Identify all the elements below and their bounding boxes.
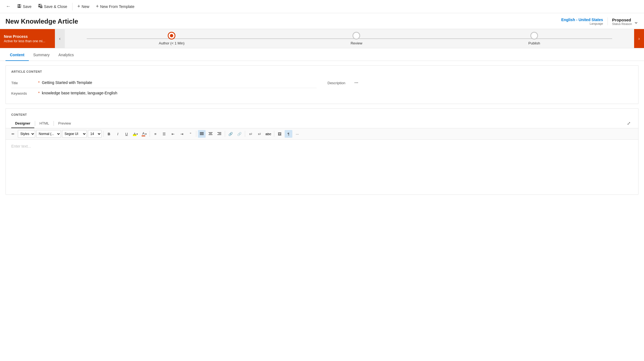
tab-analytics[interactable]: Analytics xyxy=(54,49,78,61)
process-nav-left[interactable]: ‹ xyxy=(55,29,65,48)
step-label-publish: Publish xyxy=(528,41,540,45)
field-label-description: Description xyxy=(327,80,352,85)
language-link[interactable]: English - United States xyxy=(561,18,603,22)
rte-sep-4 xyxy=(225,131,225,137)
status-label: Status Reason xyxy=(612,22,632,26)
paint-icon: ✏ xyxy=(12,132,15,136)
highlight-button[interactable]: A ▾ xyxy=(131,130,139,138)
article-content-header: ARTICLE CONTENT xyxy=(6,66,638,75)
strikethrough-button[interactable]: abc xyxy=(264,130,272,138)
editor-tab-preview[interactable]: Preview xyxy=(54,119,75,128)
back-button[interactable]: ← xyxy=(3,2,13,12)
indent-button[interactable]: ⇥ xyxy=(178,130,186,138)
superscript-button[interactable]: x2 xyxy=(247,130,254,138)
special-char-button[interactable]: ¶ xyxy=(285,130,292,138)
list-bullet-button[interactable]: ☰ xyxy=(160,130,168,138)
content-editor-header: CONTENT xyxy=(6,109,638,119)
process-nav-right[interactable]: › xyxy=(634,29,644,48)
svg-rect-9 xyxy=(200,132,204,133)
save-close-label: Save & Close xyxy=(44,4,67,9)
fields-right: Description --- xyxy=(327,78,633,98)
save-close-button[interactable]: Save & Close xyxy=(35,2,70,11)
field-row-title: Title * Getting Started with Template xyxy=(11,78,317,88)
svg-rect-14 xyxy=(209,134,212,135)
new-from-template-label: New From Template xyxy=(100,4,135,9)
field-value-description[interactable]: --- xyxy=(354,80,633,85)
italic-button[interactable]: I xyxy=(114,130,122,138)
editor-tab-html[interactable]: HTML xyxy=(36,119,53,128)
tab-content[interactable]: Content xyxy=(5,49,29,61)
expand-button[interactable]: ⤢ xyxy=(625,119,633,128)
font-color-button[interactable]: A ▾ xyxy=(140,130,148,138)
field-required-title: * xyxy=(38,80,40,85)
editor-tab-designer[interactable]: Designer xyxy=(11,119,34,128)
size-select[interactable]: 14 xyxy=(88,130,102,138)
field-required-keywords: * xyxy=(38,91,40,95)
status-chevron[interactable]: ⌄ xyxy=(634,18,639,25)
field-label-keywords: Keywords xyxy=(11,91,36,95)
svg-rect-2 xyxy=(18,6,20,8)
svg-rect-11 xyxy=(200,134,204,135)
svg-rect-7 xyxy=(41,6,42,7)
svg-rect-16 xyxy=(219,133,221,134)
new-from-template-button[interactable]: + New From Template xyxy=(93,2,137,11)
field-value-title[interactable]: Getting Started with Template xyxy=(42,80,317,85)
process-bar: New Process Active for less than one mi.… xyxy=(0,29,644,48)
field-row-description: Description --- xyxy=(327,78,633,88)
rte-sep-6 xyxy=(274,131,274,137)
field-value-keywords[interactable]: knowledge base template, language-Englis… xyxy=(42,91,317,95)
save-label: Save xyxy=(23,4,32,9)
new-icon: + xyxy=(77,4,80,9)
step-circle-review xyxy=(352,32,360,40)
process-step-author: Author (< 1 Min) xyxy=(159,32,185,45)
editor-area[interactable]: Enter text... xyxy=(6,140,638,194)
align-right-button[interactable] xyxy=(215,130,223,138)
svg-rect-10 xyxy=(200,133,204,134)
svg-rect-4 xyxy=(39,4,40,5)
format-select[interactable]: Normal (... xyxy=(36,130,61,138)
outdent-button[interactable]: ⇤ xyxy=(169,130,177,138)
align-left-button[interactable]: ≡ xyxy=(152,130,159,138)
editor-tab-sep-2 xyxy=(54,121,54,126)
align-center-button[interactable] xyxy=(207,130,214,138)
subscript-button[interactable]: x2 xyxy=(256,130,263,138)
main-content: ARTICLE CONTENT Title * Getting Started … xyxy=(0,61,644,199)
status-name: Proposed xyxy=(612,18,632,22)
editor-tabs: Designer HTML Preview ⤢ xyxy=(6,119,638,128)
field-label-title: Title xyxy=(11,80,36,85)
new-label: New xyxy=(82,4,89,9)
align-full-button[interactable] xyxy=(198,130,206,138)
link-button[interactable]: 🔗 xyxy=(227,130,234,138)
step-label-author: Author (< 1 Min) xyxy=(159,41,185,45)
step-circle-publish xyxy=(530,32,538,40)
bold-button[interactable]: B xyxy=(105,130,113,138)
step-circle-author xyxy=(168,32,175,40)
more-button[interactable]: ··· xyxy=(293,130,301,138)
header-right: English - United States Language Propose… xyxy=(561,18,639,26)
content-editor-card: CONTENT Designer HTML Preview ⤢ ✏ xyxy=(5,108,639,195)
field-row-keywords: Keywords * knowledge base template, lang… xyxy=(11,88,317,98)
page-title: New Knowledge Article xyxy=(5,18,78,25)
svg-rect-1 xyxy=(18,4,20,6)
svg-rect-13 xyxy=(209,133,212,134)
image-button[interactable]: 🖼 xyxy=(276,130,284,138)
process-step-review: Review xyxy=(351,32,362,45)
quote-button[interactable]: " xyxy=(187,130,194,138)
toolbar-separator xyxy=(72,3,72,10)
page-header: New Knowledge Article English - United S… xyxy=(0,13,644,29)
save-button[interactable]: Save xyxy=(14,2,34,11)
styles-select[interactable]: Styles xyxy=(18,130,35,138)
tab-summary[interactable]: Summary xyxy=(29,49,54,61)
main-area: ARTICLE CONTENT Title * Getting Started … xyxy=(0,61,644,361)
underline-button[interactable]: U xyxy=(123,130,130,138)
new-button[interactable]: + New xyxy=(75,2,92,11)
process-new[interactable]: New Process Active for less than one mi.… xyxy=(0,29,55,48)
font-select[interactable]: Segoe UI xyxy=(62,130,87,138)
svg-rect-15 xyxy=(217,132,221,133)
editor-placeholder: Enter text... xyxy=(11,144,31,148)
unlink-button[interactable]: 🔗 xyxy=(236,130,243,138)
svg-rect-8 xyxy=(40,7,42,8)
save-icon xyxy=(17,4,21,9)
paint-button[interactable]: ✏ xyxy=(9,130,17,138)
process-nav-left-icon: ‹ xyxy=(59,36,60,41)
